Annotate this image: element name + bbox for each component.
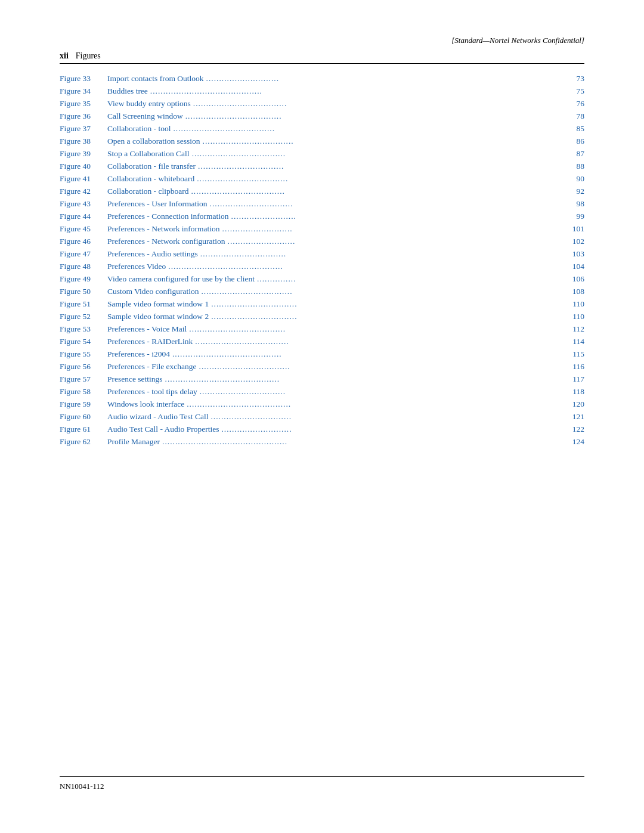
toc-fig-number[interactable]: Figure 43 <box>60 197 107 210</box>
toc-row: Figure 42Collaboration - clipboard......… <box>60 185 584 197</box>
toc-entry-title[interactable]: Preferences - Voice Mail <box>107 324 189 334</box>
toc-entry-title[interactable]: Preferences - i2004 <box>107 349 172 359</box>
toc-fig-number[interactable]: Figure 34 <box>60 85 107 97</box>
toc-entry-title[interactable]: Preferences - Network configuration <box>107 237 228 246</box>
page: [Standard—Nortel Networks Confidential] … <box>0 0 644 833</box>
toc-entry-title[interactable]: Import contacts from Outlook <box>107 74 206 83</box>
toc-page-number: 85 <box>574 124 585 134</box>
toc-row: Figure 36Call Screening window..........… <box>60 110 584 122</box>
toc-page-number: 78 <box>574 112 585 121</box>
toc-entry-title[interactable]: Stop a Collaboration Call <box>107 149 192 159</box>
toc-entry-title[interactable]: Custom Video configuration <box>107 287 201 296</box>
toc-dots: ......................... <box>231 212 574 221</box>
toc-entry-title[interactable]: Sample video format window 2 <box>107 312 211 321</box>
toc-entry-content: Preferences - Audio settings............… <box>107 247 584 260</box>
toc-page-number: 86 <box>574 137 585 146</box>
toc-fig-number[interactable]: Figure 49 <box>60 272 107 285</box>
toc-fig-number[interactable]: Figure 33 <box>60 72 107 85</box>
toc-fig-number[interactable]: Figure 62 <box>60 435 107 448</box>
toc-row: Figure 44Preferences - Connection inform… <box>60 210 584 222</box>
toc-fig-number[interactable]: Figure 56 <box>60 360 107 373</box>
toc-fig-number[interactable]: Figure 36 <box>60 110 107 122</box>
toc-dots: ........................................… <box>150 86 574 96</box>
toc-entry-title[interactable]: Preferences Video <box>107 262 168 271</box>
toc-entry-title[interactable]: Collaboration - whiteboard <box>107 174 197 184</box>
toc-page-number: 102 <box>570 237 584 246</box>
toc-entry-title[interactable]: Profile Manager <box>107 437 162 447</box>
toc-fig-number[interactable]: Figure 40 <box>60 160 107 172</box>
toc-entry-title[interactable]: Presence settings <box>107 374 165 384</box>
toc-entry-title[interactable]: Preferences - tool tips delay <box>107 387 200 397</box>
toc-fig-number[interactable]: Figure 46 <box>60 235 107 247</box>
toc-entry-title[interactable]: Video camera configured for use by the c… <box>107 274 257 284</box>
toc-entry-title[interactable]: Open a collaboration session <box>107 137 203 146</box>
toc-page-number: 120 <box>570 400 584 409</box>
toc-fig-number[interactable]: Figure 44 <box>60 210 107 222</box>
toc-entry-content: Call Screening window...................… <box>107 110 584 122</box>
toc-dots: ........................................… <box>165 374 571 384</box>
toc-fig-number[interactable]: Figure 42 <box>60 185 107 197</box>
toc-entry-title[interactable]: Preferences - Connection information <box>107 212 231 221</box>
toc-page-number: 112 <box>570 324 584 334</box>
toc-entry-title[interactable]: Preferences - User Information <box>107 199 210 209</box>
toc-entry-content: Collaboration - clipboard...............… <box>107 185 584 197</box>
toc-entry-title[interactable]: Collaboration - file transfer <box>107 162 198 171</box>
toc-row: Figure 39Stop a Collaboration Call......… <box>60 147 584 160</box>
toc-page-number: 101 <box>570 224 584 234</box>
toc-fig-number[interactable]: Figure 47 <box>60 247 107 260</box>
toc-fig-number[interactable]: Figure 38 <box>60 135 107 147</box>
toc-entry-content: Preferences - Voice Mail................… <box>107 323 584 335</box>
toc-fig-number[interactable]: Figure 39 <box>60 147 107 160</box>
toc-fig-number[interactable]: Figure 48 <box>60 260 107 272</box>
toc-fig-number[interactable]: Figure 55 <box>60 348 107 360</box>
toc-row: Figure 58Preferences - tool tips delay..… <box>60 385 584 398</box>
toc-entry-title[interactable]: Preferences - RAIDerLink <box>107 337 195 346</box>
toc-entry-title[interactable]: Audio wizard - Audio Test Call <box>107 412 210 422</box>
toc-entry-title[interactable]: Buddies tree <box>107 86 150 96</box>
toc-fig-number[interactable]: Figure 45 <box>60 222 107 235</box>
toc-page-number: 92 <box>574 187 585 196</box>
toc-row: Figure 37Collaboration - tool...........… <box>60 122 584 135</box>
toc-entry-title[interactable]: Preferences - Network information <box>107 224 222 234</box>
toc-page-number: 115 <box>570 349 584 359</box>
toc-entry-title[interactable]: Collaboration - tool <box>107 124 173 134</box>
toc-fig-number[interactable]: Figure 35 <box>60 97 107 110</box>
toc-entry-title[interactable]: View buddy entry options <box>107 99 193 109</box>
toc-entry-title[interactable]: Sample video format window 1 <box>107 299 211 309</box>
toc-fig-number[interactable]: Figure 51 <box>60 298 107 310</box>
toc-fig-number[interactable]: Figure 54 <box>60 335 107 348</box>
toc-dots: ........................................ <box>187 400 570 409</box>
toc-fig-number[interactable]: Figure 53 <box>60 323 107 335</box>
toc-entry-title[interactable]: Audio Test Call - Audio Properties <box>107 425 221 434</box>
toc-fig-number[interactable]: Figure 52 <box>60 310 107 323</box>
toc-row: Figure 47Preferences - Audio settings...… <box>60 247 584 260</box>
toc-row: Figure 35View buddy entry options.......… <box>60 97 584 110</box>
toc-row: Figure 50Custom Video configuration.....… <box>60 285 584 298</box>
toc-dots: ............................ <box>206 74 574 83</box>
toc-entry-title[interactable]: Windows look interface <box>107 400 187 409</box>
toc-entry-content: Preferences - Network configuration.....… <box>107 235 584 247</box>
toc-dots: .................................... <box>193 99 574 109</box>
toc-entry-content: Video camera configured for use by the c… <box>107 272 584 285</box>
toc-fig-number[interactable]: Figure 60 <box>60 410 107 423</box>
toc-entry-title[interactable]: Call Screening window <box>107 112 185 121</box>
toc-entry-title[interactable]: Preferences - File exchange <box>107 362 199 371</box>
toc-row: Figure 57Presence settings..............… <box>60 373 584 385</box>
toc-fig-number[interactable]: Figure 41 <box>60 172 107 185</box>
section-normal-label: Figures <box>76 51 101 61</box>
toc-fig-number[interactable]: Figure 61 <box>60 423 107 435</box>
toc-dots: ................................... <box>199 362 571 371</box>
toc-fig-number[interactable]: Figure 59 <box>60 398 107 410</box>
toc-fig-number[interactable]: Figure 37 <box>60 122 107 135</box>
toc-entry-title[interactable]: Collaboration - clipboard <box>107 187 191 196</box>
toc-dots: ....................................... <box>173 124 574 134</box>
toc-entry-content: Buddies tree............................… <box>107 85 584 97</box>
toc-entry-title[interactable]: Preferences - Audio settings <box>107 249 200 259</box>
toc-page-number: 124 <box>570 437 584 447</box>
toc-fig-number[interactable]: Figure 58 <box>60 385 107 398</box>
toc-entry-content: Import contacts from Outlook............… <box>107 72 584 85</box>
toc-fig-number[interactable]: Figure 50 <box>60 285 107 298</box>
toc-entry-content: Preferences - File exchange.............… <box>107 360 584 373</box>
toc-dots: ................................... <box>203 137 574 146</box>
toc-fig-number[interactable]: Figure 57 <box>60 373 107 385</box>
